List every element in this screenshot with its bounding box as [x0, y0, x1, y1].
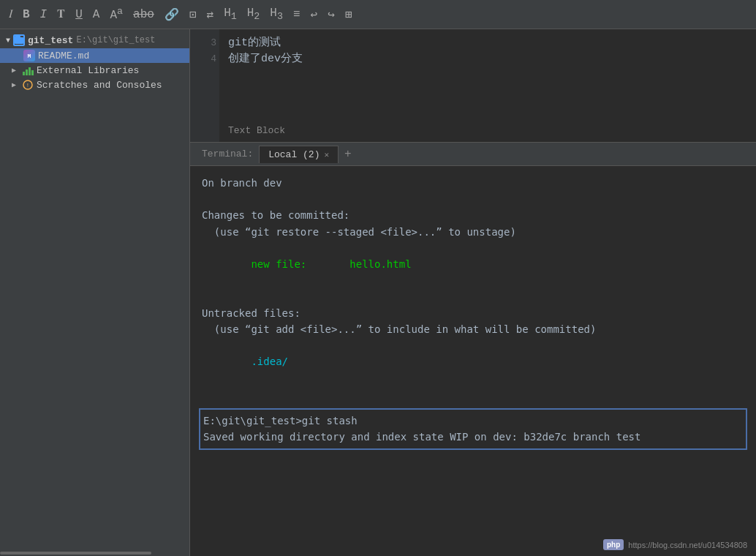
term-empty-7 [202, 386, 744, 402]
toolbar-italic2-icon[interactable]: I [37, 7, 50, 23]
scratches-icon: ! [22, 79, 34, 91]
sidebar-item-readme[interactable]: M README.md [0, 48, 189, 63]
toolbar-table-icon[interactable]: ⊡ [186, 6, 200, 23]
term-line-3: (use “git restore --staged <file>...” to… [202, 224, 744, 240]
sidebar-project-root[interactable]: ▼ git_test E:\git\git_test [0, 32, 189, 48]
editor-top: 3 4 git的测试 创建了dev分支 Text Block [190, 29, 756, 143]
sidebar-item-scratches-label: Scratches and Consoles [37, 80, 162, 91]
toolbar-italic-icon[interactable]: 𝐼 [6, 6, 15, 23]
sidebar-item-scratches-and-consoles[interactable]: ▶ ! Scratches and Consoles [0, 78, 189, 92]
terminal-body[interactable]: On branch dev Changes to be committed: (… [190, 166, 756, 556]
toolbar-h3-icon[interactable]: H3 [267, 5, 286, 23]
term-empty-3 [202, 273, 744, 289]
toolbar-fontsize-icon[interactable]: A [90, 7, 103, 23]
term-empty-1 [202, 191, 744, 207]
readme-file-icon: M [23, 50, 35, 61]
editor-area: 3 4 git的测试 创建了dev分支 Text Block Terminal:… [190, 29, 756, 556]
sidebar-scrollbar[interactable] [0, 550, 189, 556]
terminal-tabs-bar: Terminal: Local (2) ✕ + [190, 143, 756, 166]
editor-line-3: git的测试 [228, 35, 747, 51]
terminal-add-tab-button[interactable]: + [339, 148, 358, 161]
toolbar-underline-icon[interactable]: U [72, 7, 86, 23]
terminal-command-block: E:\git\git_test>git stash Saved working … [199, 408, 747, 450]
toolbar-font-icon[interactable]: 𝐓 [54, 6, 68, 23]
project-path: E:\git\git_test [76, 35, 155, 45]
toolbar-list-icon[interactable]: ≡ [290, 7, 303, 23]
term-empty-5 [202, 337, 744, 353]
toolbar-indent-left-icon[interactable]: ↩ [308, 6, 321, 23]
sidebar-tree: ▼ git_test E:\git\git_test M README [0, 29, 189, 550]
term-line-1: On branch dev [202, 175, 744, 191]
toolbar-grid-icon[interactable]: ⊞ [342, 6, 355, 23]
toolbar-strikethrough-icon[interactable]: abo [130, 7, 157, 23]
toolbar: 𝐼 B I 𝐓 U A Aa abo 🔗 ⊡ ⇄ H1 H2 H3 ≡ ↩ ↪ … [0, 0, 756, 29]
editor-content[interactable]: git的测试 创建了dev分支 [219, 29, 756, 142]
external-libraries-arrow: ▶ [12, 66, 20, 75]
line-number-3: 3 [193, 35, 216, 51]
toolbar-superscript-icon[interactable]: Aa [107, 4, 126, 23]
terminal-tab-label: Local (2) [268, 149, 320, 160]
term-empty-4 [202, 289, 744, 305]
project-folder-icon [13, 34, 25, 46]
terminal-tab-close-icon[interactable]: ✕ [324, 150, 329, 159]
toolbar-arrow-icon[interactable]: ⇄ [204, 6, 217, 23]
project-name: git_test [28, 35, 73, 46]
term-line-new-file: new file: hello.html [202, 256, 744, 272]
svg-text:!: ! [26, 82, 30, 89]
terminal-label: Terminal: [196, 149, 259, 159]
term-line-untracked: Untracked files: [202, 305, 744, 321]
terminal-tab-local[interactable]: Local (2) ✕ [259, 146, 339, 163]
line-numbers: 3 4 [190, 29, 219, 142]
svg-rect-0 [15, 37, 23, 44]
main-area: ▼ git_test E:\git\git_test M README [0, 29, 756, 556]
term-cmd-saved: Saved working directory and index state … [203, 429, 743, 445]
sidebar-item-external-libraries[interactable]: ▶ External Libraries [0, 63, 189, 78]
sidebar-item-external-libraries-label: External Libraries [37, 65, 139, 76]
scrollbar-thumb [0, 552, 151, 555]
toolbar-h2-icon[interactable]: H2 [244, 5, 263, 23]
term-cmd-stash: E:\git\git_test>git stash [203, 413, 743, 429]
term-line-2: Changes to be committed: [202, 207, 744, 223]
toolbar-bold-icon[interactable]: B [20, 7, 33, 23]
editor-line-4: 创建了dev分支 [228, 51, 747, 67]
text-block-label: Text Block [228, 125, 285, 136]
term-empty-6 [202, 370, 744, 386]
term-empty-2 [202, 240, 744, 256]
toolbar-h1-icon[interactable]: H1 [221, 5, 240, 23]
sidebar-item-readme-label: README.md [38, 50, 89, 61]
project-expand-arrow: ▼ [6, 37, 10, 45]
toolbar-link-icon[interactable]: 🔗 [162, 6, 182, 23]
svg-rect-1 [15, 36, 20, 38]
line-number-4: 4 [193, 51, 216, 67]
php-badge: php [603, 539, 624, 550]
watermark: php https://blog.csdn.net/u014534808 [603, 539, 747, 550]
toolbar-indent-right-icon[interactable]: ↪ [325, 6, 338, 23]
scratches-arrow: ▶ [12, 80, 20, 89]
term-line-idea: .idea/ [202, 353, 744, 369]
terminal-area: Terminal: Local (2) ✕ + On branch dev Ch… [190, 143, 756, 556]
watermark-url: https://blog.csdn.net/u014534808 [628, 541, 747, 549]
term-line-git-add: (use “git add <file>...” to include in w… [202, 321, 744, 337]
external-libraries-icon [22, 64, 34, 76]
sidebar: ▼ git_test E:\git\git_test M README [0, 29, 190, 556]
